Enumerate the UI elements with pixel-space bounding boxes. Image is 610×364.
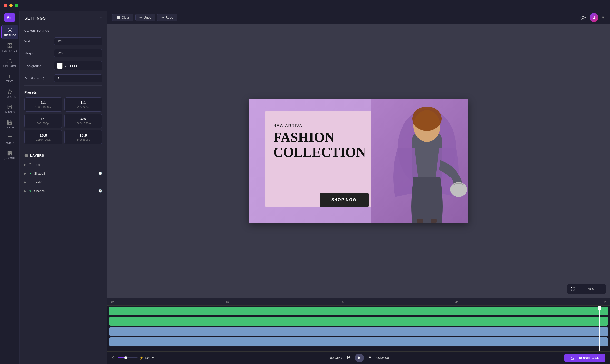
layer-name-shape5: Shape5 xyxy=(34,189,97,193)
track-text7[interactable] xyxy=(109,327,608,336)
skip-forward-button[interactable] xyxy=(368,355,373,361)
preset-ratio-4: 4:5 xyxy=(67,117,99,121)
speed-button[interactable]: ⚡ 1.0x ▼ xyxy=(140,356,154,360)
uploads-icon xyxy=(7,58,13,64)
theme-toggle-icon[interactable] xyxy=(580,14,587,21)
width-input[interactable] xyxy=(54,37,102,45)
preset-ratio-2: 1:1 xyxy=(67,101,99,104)
sidebar-item-text[interactable]: T TEXT xyxy=(1,71,18,85)
preset-item-1080[interactable]: 1:1 1080x1080px xyxy=(24,97,62,112)
tick-1s: 1s xyxy=(226,300,229,303)
toolbar-left: ⬜ Clear ↩ Undo ↪ Redo xyxy=(112,14,177,21)
color-swatch[interactable] xyxy=(57,63,63,69)
traffic-light-red[interactable] xyxy=(4,4,7,7)
sidebar-item-objects-label: OBJECTS xyxy=(4,96,16,98)
layer-item-text7[interactable]: ▶ T Text7 xyxy=(20,178,107,186)
playhead-line xyxy=(599,306,600,351)
sidebar-item-templates[interactable]: TEMPLATES xyxy=(1,40,18,55)
track-shape8[interactable] xyxy=(109,317,608,326)
duration-input[interactable] xyxy=(54,74,102,82)
timeline-ruler: 0s 1s 2s 3s 4s xyxy=(107,298,610,306)
zoom-in-button[interactable]: + xyxy=(597,286,603,292)
height-input[interactable] xyxy=(54,49,102,57)
tick-0s: 0s xyxy=(111,300,114,303)
track-text10[interactable] xyxy=(109,307,608,315)
volume-icon xyxy=(112,355,116,360)
traffic-light-green[interactable] xyxy=(15,4,18,7)
color-input-row[interactable]: #FFFFFF xyxy=(54,61,102,70)
sidebar-item-templates-label: TEMPLATES xyxy=(2,50,17,52)
volume-slider-thumb[interactable] xyxy=(124,356,127,359)
current-time: 00:03:47 xyxy=(330,356,343,360)
lightning-icon: ⚡ xyxy=(140,356,143,360)
sidebar-item-objects[interactable]: OBJECTS xyxy=(1,86,18,101)
layer-name-shape8: Shape8 xyxy=(34,172,97,175)
svg-line-32 xyxy=(585,19,585,19)
tick-2s: 2s xyxy=(341,300,344,303)
svg-line-31 xyxy=(582,16,582,16)
user-menu-button[interactable]: ▼ xyxy=(601,15,605,20)
panel-title: SETTINGS xyxy=(24,16,46,20)
top-toolbar: ⬜ Clear ↩ Undo ↪ Redo U ▼ xyxy=(107,11,610,24)
zoom-value: 73% xyxy=(586,287,595,291)
sidebar-item-qrcode[interactable]: QR CODE xyxy=(1,148,18,162)
canvas-viewport[interactable]: NEW ARRIVAL FASHION COLLECTION SHOP NOW xyxy=(107,24,610,298)
sidebar-item-videos[interactable]: VIDEOS xyxy=(1,117,18,131)
preset-ratio-3: 1:1 xyxy=(27,117,59,121)
volume-slider-track[interactable] xyxy=(118,357,138,358)
preset-item-1280-720[interactable]: 16:9 1280x720px xyxy=(24,130,62,144)
layer-type-shape8: ★ xyxy=(28,171,32,175)
user-avatar[interactable]: U xyxy=(590,13,598,22)
playhead-head xyxy=(597,306,601,310)
svg-rect-2 xyxy=(10,44,12,45)
preset-size-1: 1080x1080px xyxy=(27,105,59,108)
fit-zoom-button[interactable] xyxy=(570,286,576,292)
sidebar-item-uploads[interactable]: UPLOADS xyxy=(1,56,18,70)
sidebar-item-text-label: TEXT xyxy=(6,80,13,83)
preset-size-2: 720x720px xyxy=(67,105,99,108)
templates-icon xyxy=(7,43,13,49)
duration-row: Duration (sec) xyxy=(20,72,107,84)
zoom-out-button[interactable]: − xyxy=(578,286,584,292)
redo-button[interactable]: ↪ Redo xyxy=(157,14,177,21)
sidebar-item-audio[interactable]: AUDIO xyxy=(1,132,18,147)
audio-icon xyxy=(7,135,13,141)
layer-type-text7: T xyxy=(28,180,32,184)
playback-right: ↓ DOWNLOAD xyxy=(564,353,605,362)
play-button[interactable] xyxy=(355,353,364,362)
presets-title: Presets xyxy=(24,91,102,94)
track-shape5[interactable] xyxy=(109,338,608,346)
collapse-button[interactable]: « xyxy=(100,16,102,21)
undo-icon: ↩ xyxy=(140,16,142,19)
layer-item-text10[interactable]: ▶ T Text10 xyxy=(20,160,107,169)
download-button[interactable]: ↓ DOWNLOAD xyxy=(564,353,605,362)
tick-4s: 4s xyxy=(603,300,606,303)
preset-item-640-360[interactable]: 16:9 640x360px xyxy=(64,130,102,144)
duration-label: Duration (sec) xyxy=(24,77,51,80)
svg-rect-22 xyxy=(8,152,9,152)
redo-icon: ↪ xyxy=(161,16,164,19)
layer-item-shape5[interactable]: ▶ ★ Shape5 🕐 xyxy=(20,186,107,195)
sidebar-item-images[interactable]: IMAGES xyxy=(1,102,18,116)
undo-label: Undo xyxy=(143,16,151,19)
preset-ratio-6: 16:9 xyxy=(67,133,99,137)
preset-item-600[interactable]: 1:1 600x600px xyxy=(24,114,62,128)
preset-item-720[interactable]: 1:1 720x720px xyxy=(64,97,102,112)
preset-item-1080-1350[interactable]: 4:5 1080x1350px xyxy=(64,114,102,128)
sidebar-item-settings[interactable]: SETTINGS xyxy=(1,25,18,39)
presets-grid: 1:1 1080x1080px 1:1 720x720px 1:1 600x60… xyxy=(24,97,102,144)
layers-header: ⬤ LAYERS xyxy=(20,151,107,160)
app-body: Pm SETTINGS TEMPLATES UPLOADS T TEXT xyxy=(0,11,610,364)
preset-size-5: 1280x720px xyxy=(27,138,59,141)
width-row: Width xyxy=(20,35,107,47)
undo-button[interactable]: ↩ Undo xyxy=(135,14,155,21)
svg-point-41 xyxy=(450,182,467,197)
sidebar-item-qrcode-label: QR CODE xyxy=(3,157,16,160)
tick-3s: 3s xyxy=(455,300,458,303)
skip-back-button[interactable] xyxy=(346,355,351,361)
traffic-light-yellow[interactable] xyxy=(9,4,13,7)
layer-arrow-text10: ▶ xyxy=(24,163,26,166)
sidebar-item-settings-label: SETTINGS xyxy=(3,34,17,37)
layer-item-shape8[interactable]: ▶ ★ Shape8 🕐 xyxy=(20,169,107,178)
clear-button[interactable]: ⬜ Clear xyxy=(112,14,133,21)
